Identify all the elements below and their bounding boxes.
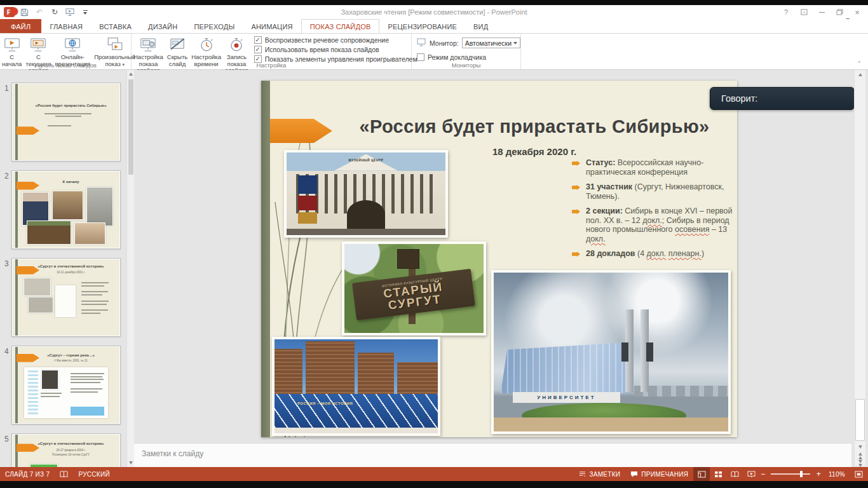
tab-2[interactable]: ВСТАВКА — [91, 19, 140, 33]
custom-show-icon — [105, 35, 125, 54]
help-button[interactable]: ? — [778, 6, 794, 18]
thumbnail-scrollbar[interactable] — [126, 70, 134, 467]
powerpoint-logo-icon[interactable]: P — [4, 7, 15, 17]
slide-thumbnail-3[interactable]: 3«Сургут в отечественной истории»10-11 д… — [0, 258, 126, 337]
comments-toggle-button[interactable]: ПРИМЕЧАНИЯ — [625, 467, 693, 481]
scroll-thumb[interactable] — [855, 399, 865, 441]
titlebar: P ↶ ↻ Захаровские чтения [Режим совмести… — [0, 5, 868, 19]
bullet-arrow-icon — [572, 252, 580, 257]
ribbon-group-label: Настройка — [132, 62, 411, 69]
ribbon-display-options-button[interactable] — [796, 6, 812, 18]
bullet-item: Статус: Всероссийская научно-практическа… — [572, 158, 737, 177]
russia-my-history-photo[interactable]: РОССИЯ – МОЯ ИСТОРИЯ — [272, 337, 440, 436]
museum-center-photo[interactable]: МУЗЕЙНЫЙ ЦЕНТР — [284, 150, 448, 238]
normal-view-button[interactable] — [693, 467, 710, 481]
notes-toggle-button[interactable]: ЗАМЕТКИ — [574, 467, 625, 481]
thumbnail-box[interactable]: «Россия будет прирастать Сибирью» — [11, 83, 121, 161]
checkbox-label: Режим докладчика — [428, 53, 486, 61]
screen: P ↶ ↻ Захаровские чтения [Режим совмести… — [0, 0, 868, 488]
checkbox[interactable]: ✓ — [254, 36, 262, 44]
undo-button[interactable]: ↶ — [34, 7, 45, 17]
slide-thumbnail-1[interactable]: 1«Россия будет прирастать Сибирью» — [0, 83, 126, 161]
museum-caption: МУЗЕЙНЫЙ ЦЕНТР — [334, 158, 398, 162]
tab-3[interactable]: ДИЗАЙН — [140, 19, 186, 33]
zoom-level[interactable]: 110% — [824, 467, 850, 481]
monitor-icon — [417, 38, 426, 48]
notes-placeholder: Заметки к слайду — [142, 449, 203, 458]
checkbox[interactable] — [417, 53, 424, 61]
presenter-mode-checkbox-row[interactable]: Режим докладчика — [417, 53, 520, 61]
stary-surgut-photo[interactable]: ИСТОРИКО-КУЛЬТУРНЫЙ ЦЕНТР СТАРЫЙ СУРГУТ — [342, 241, 486, 336]
tab-5[interactable]: АНИМАЦИЯ — [243, 19, 301, 33]
minimize-button[interactable] — [813, 6, 830, 18]
ribbon-tab-bar: ФАЙЛГЛАВНАЯВСТАВКАДИЗАЙНПЕРЕХОДЫАНИМАЦИЯ… — [0, 19, 868, 33]
bullet-arrow-icon — [572, 161, 580, 166]
option-checkbox-row[interactable]: ✓Использовать время показа слайдов — [254, 46, 417, 53]
slide-sorter-view-button[interactable] — [710, 467, 726, 481]
option-checkbox-row[interactable]: ✓Воспроизвести речевое сопровождение — [254, 36, 417, 44]
slide-title[interactable]: «Россия будет прирастать Сибирью» — [344, 116, 725, 137]
hide-slide-icon — [168, 35, 187, 54]
bullet-arrow-icon — [572, 185, 580, 190]
bullet-item: 2 секции: Сибирь в конце XVI – первой по… — [572, 207, 737, 243]
scroll-down-icon[interactable] — [855, 442, 866, 451]
thumbnail-number: 5 — [4, 435, 9, 444]
slide-canvas[interactable]: «Россия будет прирастать Сибирью» 18 дек… — [261, 81, 737, 437]
title-arrow-shape[interactable] — [270, 119, 332, 143]
tab-4[interactable]: ПЕРЕХОДЫ — [186, 19, 243, 33]
language-indicator[interactable]: РУССКИЙ — [73, 467, 115, 481]
zoom-in-button[interactable]: + — [814, 467, 824, 481]
slide-thumbnail-5[interactable]: 5«Сургут в отечественной истории»26-27 ф… — [0, 433, 126, 467]
monitor-select[interactable]: Автоматически — [462, 37, 520, 48]
speaking-overlay: Говорит: — [710, 87, 855, 110]
thumbnail-box[interactable]: «Сургут в отечественной истории»10-11 де… — [11, 258, 121, 337]
thumbnail-box[interactable]: К началу — [11, 170, 121, 249]
tab-7[interactable]: РЕЦЕНЗИРОВАНИЕ — [379, 19, 465, 33]
save-button[interactable] — [18, 7, 30, 17]
scroll-up-icon[interactable] — [855, 70, 866, 79]
zoom-out-button[interactable]: − — [759, 467, 766, 481]
slideshow-view-button[interactable] — [743, 467, 759, 481]
zoom-slider[interactable] — [771, 473, 810, 475]
vertical-scrollbar[interactable] — [854, 70, 865, 466]
slide-bullet-list[interactable]: Статус: Всероссийская научно-практическа… — [572, 158, 737, 264]
museum-banner — [298, 175, 317, 194]
university-photo[interactable]: УНИВЕРСИТЕТ — [491, 270, 731, 434]
screen-globe-icon — [63, 35, 82, 54]
next-slide-button[interactable] — [855, 459, 866, 468]
thumbnail-box[interactable]: «Сургут – горная река…»// Мы вместе. 200… — [11, 346, 121, 424]
slide-date[interactable]: 18 декабря 2020 г. — [452, 146, 617, 157]
ribbon-group-0: С началаС текущего слайдаОнлайн-презента… — [0, 34, 132, 69]
redo-button[interactable]: ↻ — [49, 7, 60, 17]
thumbnail-box[interactable]: «Сургут в отечественной истории»26-27 фе… — [11, 433, 121, 467]
checkbox-label: Использовать время показа слайдов — [265, 46, 379, 53]
slide-indicator[interactable]: СЛАЙД 7 ИЗ 7 — [0, 467, 55, 481]
status-bar: СЛАЙД 7 ИЗ 7 РУССКИЙ ЗАМЕТКИ ПРИМЕЧАНИЯ — [0, 467, 868, 481]
thumbnail-scroll-thumb[interactable] — [128, 79, 133, 175]
checkbox[interactable]: ✓ — [254, 46, 262, 53]
restore-button[interactable] — [831, 6, 848, 18]
tab-6[interactable]: ПОКАЗ СЛАЙДОВ — [301, 19, 380, 33]
collapse-ribbon-icon[interactable]: ⌃ — [857, 60, 862, 67]
notes-pane[interactable]: Заметки к слайду — [134, 443, 851, 467]
customize-qat-button[interactable] — [79, 7, 91, 17]
pavement — [494, 417, 728, 432]
monument-figure — [646, 342, 653, 362]
screen-current-icon — [29, 35, 48, 54]
zoom-slider-thumb[interactable] — [800, 471, 803, 477]
start-slideshow-button[interactable] — [64, 7, 76, 17]
screen-play-icon — [3, 35, 22, 54]
tab-1[interactable]: ГЛАВНАЯ — [41, 19, 91, 33]
fit-to-window-button[interactable] — [850, 467, 867, 481]
slide-thumbnail-panel: 1«Россия будет прирастать Сибирью»2К нач… — [0, 70, 126, 467]
reading-view-button[interactable] — [726, 467, 743, 481]
tab-8[interactable]: ВИД — [465, 19, 496, 33]
stary-surgut-sign: ИСТОРИКО-КУЛЬТУРНЫЙ ЦЕНТР СТАРЫЙ СУРГУТ — [352, 269, 475, 320]
museum-banner — [298, 212, 317, 224]
spell-check-icon[interactable] — [55, 467, 73, 481]
slide-thumbnail-2[interactable]: 2К началу — [0, 170, 126, 249]
tab-file[interactable]: ФАЙЛ — [0, 19, 41, 33]
close-button[interactable]: × — [849, 6, 865, 18]
timer-icon — [197, 35, 216, 54]
slide-thumbnail-4[interactable]: 4«Сургут – горная река…»// Мы вместе. 20… — [0, 346, 126, 424]
